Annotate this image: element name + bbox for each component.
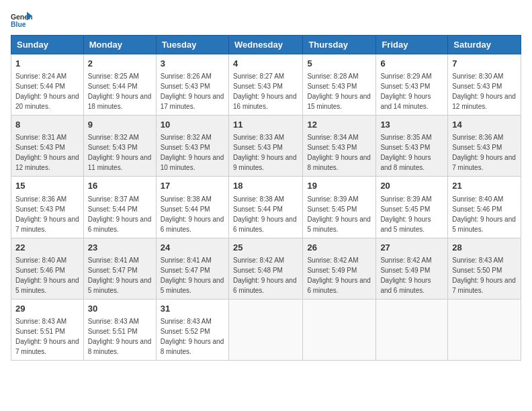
day-number: 18: [233, 180, 298, 192]
weekday-header: Wednesday: [228, 36, 302, 54]
calendar-cell: 26 Sunrise: 8:42 AM Sunset: 5:49 PM Dayl…: [303, 238, 376, 299]
day-info: Sunrise: 8:40 AM Sunset: 5:46 PM Dayligh…: [452, 195, 516, 233]
day-info: Sunrise: 8:39 AM Sunset: 5:45 PM Dayligh…: [307, 195, 371, 233]
calendar-cell: 17 Sunrise: 8:38 AM Sunset: 5:44 PM Dayl…: [156, 177, 228, 238]
calendar-cell: 22 Sunrise: 8:40 AM Sunset: 5:46 PM Dayl…: [11, 238, 84, 299]
calendar-cell: 16 Sunrise: 8:37 AM Sunset: 5:44 PM Dayl…: [83, 177, 156, 238]
day-number: 9: [88, 119, 152, 131]
day-number: 1: [15, 58, 79, 70]
calendar-cell: 31 Sunrise: 8:43 AM Sunset: 5:52 PM Dayl…: [156, 299, 228, 360]
day-info: Sunrise: 8:38 AM Sunset: 5:44 PM Dayligh…: [161, 195, 224, 233]
day-info: Sunrise: 8:43 AM Sunset: 5:52 PM Dayligh…: [161, 318, 224, 355]
calendar-week-row: 15 Sunrise: 8:36 AM Sunset: 5:43 PM Dayl…: [11, 177, 521, 238]
day-number: 15: [15, 180, 79, 192]
day-number: 26: [307, 242, 371, 254]
day-info: Sunrise: 8:38 AM Sunset: 5:44 PM Dayligh…: [233, 195, 297, 233]
day-number: 22: [15, 242, 79, 254]
calendar-cell: 15 Sunrise: 8:36 AM Sunset: 5:43 PM Dayl…: [11, 177, 84, 238]
calendar-cell: 23 Sunrise: 8:41 AM Sunset: 5:47 PM Dayl…: [83, 238, 156, 299]
day-info: Sunrise: 8:42 AM Sunset: 5:49 PM Dayligh…: [380, 257, 431, 294]
calendar-cell: 28 Sunrise: 8:43 AM Sunset: 5:50 PM Dayl…: [448, 238, 521, 299]
calendar-cell: 11 Sunrise: 8:33 AM Sunset: 5:43 PM Dayl…: [228, 116, 302, 177]
day-number: 4: [233, 58, 298, 70]
day-number: 27: [380, 242, 443, 254]
day-info: Sunrise: 8:25 AM Sunset: 5:44 PM Dayligh…: [88, 73, 152, 110]
day-info: Sunrise: 8:41 AM Sunset: 5:47 PM Dayligh…: [88, 257, 152, 294]
day-number: 31: [161, 303, 224, 315]
day-info: Sunrise: 8:30 AM Sunset: 5:43 PM Dayligh…: [452, 73, 516, 110]
calendar-week-row: 1 Sunrise: 8:24 AM Sunset: 5:44 PM Dayli…: [11, 54, 521, 116]
calendar-week-row: 29 Sunrise: 8:43 AM Sunset: 5:51 PM Dayl…: [11, 299, 521, 360]
logo: General Blue: [11, 11, 32, 30]
weekday-header: Sunday: [11, 36, 84, 54]
day-number: 21: [452, 180, 517, 192]
day-info: Sunrise: 8:36 AM Sunset: 5:43 PM Dayligh…: [452, 134, 516, 171]
day-info: Sunrise: 8:37 AM Sunset: 5:44 PM Dayligh…: [88, 195, 152, 233]
calendar-cell: 3 Sunrise: 8:26 AM Sunset: 5:43 PM Dayli…: [156, 54, 228, 116]
day-info: Sunrise: 8:41 AM Sunset: 5:47 PM Dayligh…: [161, 257, 224, 294]
day-info: Sunrise: 8:36 AM Sunset: 5:43 PM Dayligh…: [15, 195, 79, 233]
calendar-cell: 9 Sunrise: 8:32 AM Sunset: 5:43 PM Dayli…: [83, 116, 156, 177]
day-number: 12: [307, 119, 371, 131]
day-number: 14: [452, 119, 517, 131]
calendar-cell: 18 Sunrise: 8:38 AM Sunset: 5:44 PM Dayl…: [228, 177, 302, 238]
calendar-cell: 14 Sunrise: 8:36 AM Sunset: 5:43 PM Dayl…: [448, 116, 521, 177]
calendar-cell: 19 Sunrise: 8:39 AM Sunset: 5:45 PM Dayl…: [303, 177, 376, 238]
calendar-table: SundayMondayTuesdayWednesdayThursdayFrid…: [11, 35, 521, 361]
calendar-cell: 27 Sunrise: 8:42 AM Sunset: 5:49 PM Dayl…: [376, 238, 448, 299]
day-number: 17: [161, 180, 224, 192]
day-info: Sunrise: 8:42 AM Sunset: 5:48 PM Dayligh…: [233, 257, 297, 294]
calendar-cell: 4 Sunrise: 8:27 AM Sunset: 5:43 PM Dayli…: [228, 54, 302, 116]
calendar-cell: 12 Sunrise: 8:34 AM Sunset: 5:43 PM Dayl…: [303, 116, 376, 177]
calendar-cell: 30 Sunrise: 8:43 AM Sunset: 5:51 PM Dayl…: [83, 299, 156, 360]
day-number: 23: [88, 242, 152, 254]
svg-text:Blue: Blue: [11, 21, 26, 28]
logo-icon: General Blue: [11, 11, 32, 30]
day-number: 29: [15, 303, 79, 315]
day-info: Sunrise: 8:43 AM Sunset: 5:51 PM Dayligh…: [15, 318, 79, 355]
calendar-cell: 21 Sunrise: 8:40 AM Sunset: 5:46 PM Dayl…: [448, 177, 521, 238]
page-header: General Blue: [11, 11, 521, 30]
calendar-cell: [228, 299, 302, 360]
calendar-cell: 29 Sunrise: 8:43 AM Sunset: 5:51 PM Dayl…: [11, 299, 84, 360]
calendar-cell: [303, 299, 376, 360]
day-info: Sunrise: 8:29 AM Sunset: 5:43 PM Dayligh…: [380, 73, 431, 110]
day-number: 30: [88, 303, 152, 315]
calendar-cell: [376, 299, 448, 360]
day-number: 11: [233, 119, 298, 131]
day-info: Sunrise: 8:26 AM Sunset: 5:43 PM Dayligh…: [161, 73, 224, 110]
day-number: 24: [161, 242, 224, 254]
calendar-cell: 2 Sunrise: 8:25 AM Sunset: 5:44 PM Dayli…: [83, 54, 156, 116]
day-info: Sunrise: 8:42 AM Sunset: 5:49 PM Dayligh…: [307, 257, 371, 294]
day-number: 3: [161, 58, 224, 70]
weekday-header: Monday: [83, 36, 156, 54]
day-number: 13: [380, 119, 443, 131]
day-number: 5: [307, 58, 371, 70]
day-info: Sunrise: 8:32 AM Sunset: 5:43 PM Dayligh…: [161, 134, 224, 171]
day-number: 6: [380, 58, 443, 70]
day-info: Sunrise: 8:32 AM Sunset: 5:43 PM Dayligh…: [88, 134, 152, 171]
weekday-header-row: SundayMondayTuesdayWednesdayThursdayFrid…: [11, 36, 521, 54]
day-number: 2: [88, 58, 152, 70]
day-info: Sunrise: 8:33 AM Sunset: 5:43 PM Dayligh…: [233, 134, 297, 171]
day-number: 7: [452, 58, 517, 70]
calendar-week-row: 22 Sunrise: 8:40 AM Sunset: 5:46 PM Dayl…: [11, 238, 521, 299]
calendar-cell: 24 Sunrise: 8:41 AM Sunset: 5:47 PM Dayl…: [156, 238, 228, 299]
calendar-cell: 1 Sunrise: 8:24 AM Sunset: 5:44 PM Dayli…: [11, 54, 84, 116]
day-info: Sunrise: 8:27 AM Sunset: 5:43 PM Dayligh…: [233, 73, 297, 110]
calendar-cell: 20 Sunrise: 8:39 AM Sunset: 5:45 PM Dayl…: [376, 177, 448, 238]
day-info: Sunrise: 8:24 AM Sunset: 5:44 PM Dayligh…: [15, 73, 79, 110]
day-info: Sunrise: 8:28 AM Sunset: 5:43 PM Dayligh…: [307, 73, 371, 110]
day-number: 28: [452, 242, 517, 254]
day-info: Sunrise: 8:35 AM Sunset: 5:43 PM Dayligh…: [380, 134, 431, 171]
day-number: 10: [161, 119, 224, 131]
calendar-week-row: 8 Sunrise: 8:31 AM Sunset: 5:43 PM Dayli…: [11, 116, 521, 177]
day-info: Sunrise: 8:39 AM Sunset: 5:45 PM Dayligh…: [380, 195, 431, 233]
calendar-cell: 10 Sunrise: 8:32 AM Sunset: 5:43 PM Dayl…: [156, 116, 228, 177]
weekday-header: Thursday: [303, 36, 376, 54]
calendar-cell: 8 Sunrise: 8:31 AM Sunset: 5:43 PM Dayli…: [11, 116, 84, 177]
calendar-cell: 25 Sunrise: 8:42 AM Sunset: 5:48 PM Dayl…: [228, 238, 302, 299]
calendar-cell: [448, 299, 521, 360]
day-number: 19: [307, 180, 371, 192]
day-info: Sunrise: 8:40 AM Sunset: 5:46 PM Dayligh…: [15, 257, 79, 294]
